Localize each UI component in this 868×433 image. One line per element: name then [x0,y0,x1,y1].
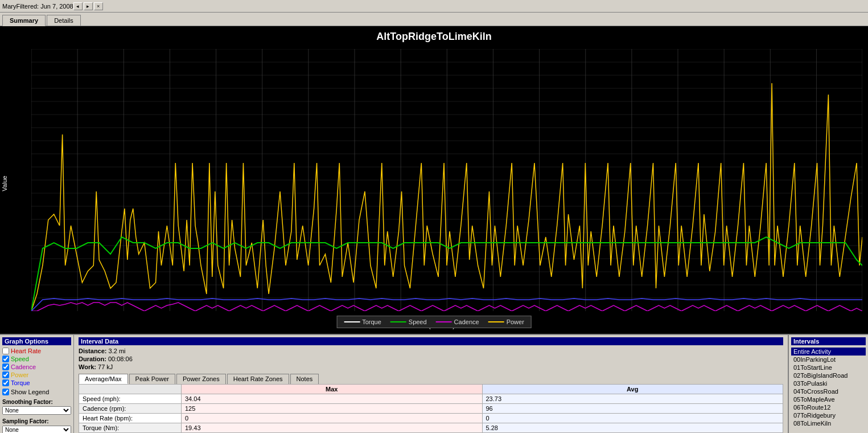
interval-info: Distance: 3.2 mi Duration: 00:08:06 Work… [79,348,783,370]
data-table-body: Speed (mph): 34.04 23.73 Cadence (rpm): … [79,394,783,434]
duration-info: Duration: 00:08:06 [79,356,783,362]
close-button[interactable]: × [94,2,103,10]
tab-power-zones[interactable]: Power Zones [176,374,226,384]
work-info: Work: 77 kJ [79,363,783,370]
distance-info: Distance: 3.2 mi [79,348,783,354]
legend-speed: Speed [390,318,427,325]
sampling-factor-label: Sampling Factor: [2,418,71,424]
tab-bar: Summary Details [0,13,868,26]
torque-checkbox[interactable] [2,379,9,386]
intervals-panel: Intervals Entire Activity00InParkingLot0… [788,335,868,433]
show-legend-option: Show Legend [2,389,71,395]
interval-item[interactable]: Entire Activity [791,348,866,356]
tab-average-max[interactable]: Average/Max [79,374,128,384]
chart-legend: Torque Speed Cadence Power [336,316,532,328]
smoothing-factor-label: Smoothing Factor: [2,399,71,405]
interval-item[interactable]: 03ToPulaski [791,379,866,387]
cadence-checkbox[interactable] [2,363,9,370]
table-cell-avg: 0 [482,414,783,423]
table-row: Speed (mph): 34.04 23.73 [79,394,783,404]
title-bar-controls: ◂ ▸ × [73,2,103,10]
bottom-panel: Graph Options Heart Rate Speed Cadence P… [0,334,868,433]
table-row: Heart Rate (bpm): 0 0 [79,414,783,423]
heart-rate-checkbox[interactable] [2,348,9,354]
interval-tabs: Average/Max Peak Power Power Zones Heart… [79,374,783,384]
chart-svg: 0 25 50 75 100 125 150 175 200 225 250 2… [31,49,862,311]
interval-item[interactable]: 00InParkingLot [791,356,866,363]
table-cell-max: 125 [182,404,483,414]
heart-rate-label: Heart Rate [11,348,41,354]
table-cell-label: Cadence (rpm): [79,404,182,414]
interval-item[interactable]: 07ToRidgebury [791,411,866,419]
table-cell-max: 0 [182,414,483,423]
title-bar-text: MaryFiltered: Jun 7, 2008 [2,3,73,10]
intervals-list: Entire Activity00InParkingLot01ToStartLi… [791,348,866,427]
chart-area: AltTopRidgeToLimeKiln Value Time (minute… [0,26,868,334]
tab-summary[interactable]: Summary [2,15,46,26]
minimize-button[interactable]: ◂ [73,2,83,10]
speed-option: Speed [2,356,71,362]
speed-label: Speed [11,356,29,362]
table-row: Torque (Nm): 19.43 5.28 [79,423,783,433]
interval-item[interactable]: 04ToCrossRoad [791,387,866,395]
table-cell-label: Torque (Nm): [79,423,182,433]
interval-data-title: Interval Data [79,337,783,345]
interval-item[interactable]: 01ToStartLine [791,363,866,371]
table-row: Cadence (rpm): 125 96 [79,404,783,414]
sampling-factor-select[interactable]: None [2,426,71,433]
torque-option: Torque [2,379,71,386]
power-option: Power [2,371,71,378]
show-legend-checkbox[interactable] [2,389,9,395]
table-cell-max: 34.04 [182,394,483,404]
torque-label: Torque [11,379,30,386]
interval-item[interactable]: 05ToMapleAve [791,395,866,403]
heart-rate-option: Heart Rate [2,348,71,354]
tab-notes[interactable]: Notes [290,374,319,384]
speed-checkbox[interactable] [2,356,9,362]
title-bar: MaryFiltered: Jun 7, 2008 ◂ ▸ × [0,0,868,13]
col-header-max: Max [182,385,483,394]
table-cell-avg: 23.73 [482,394,783,404]
cadence-label: Cadence [11,363,36,370]
power-label: Power [11,371,28,378]
maximize-button[interactable]: ▸ [84,2,93,10]
interval-item[interactable]: 08ToLimeKiln [791,419,866,427]
smoothing-factor-select[interactable]: None [2,406,71,415]
chart-title: AltTopRidgeToLimeKiln [0,26,868,43]
table-cell-label: Heart Rate (bpm): [79,414,182,423]
graph-options-title: Graph Options [2,337,71,345]
show-legend-label: Show Legend [11,389,49,395]
intervals-title: Intervals [791,337,866,345]
tab-hr-zones[interactable]: Heart Rate Zones [227,374,289,384]
table-cell-max: 19.43 [182,423,483,433]
col-header-avg: Avg [482,385,783,394]
tab-details[interactable]: Details [47,15,81,26]
table-cell-avg: 5.28 [482,423,783,433]
table-cell-avg: 96 [482,404,783,414]
table-cell-label: Speed (mph): [79,394,182,404]
interval-item[interactable]: 02ToBigIslandRoad [791,371,866,379]
interval-item[interactable]: 06ToRoute12 [791,403,866,411]
interval-data-panel: Interval Data Distance: 3.2 mi Duration:… [74,335,788,433]
cadence-option: Cadence [2,363,71,370]
data-table: Max Avg Speed (mph): 34.04 23.73 Cadence… [79,384,783,433]
power-checkbox[interactable] [2,371,9,378]
col-header-label [79,385,182,394]
graph-options-panel: Graph Options Heart Rate Speed Cadence P… [0,335,74,433]
tab-peak-power[interactable]: Peak Power [129,374,175,384]
legend-torque: Torque [344,318,381,325]
y-axis-label: Value [1,175,8,191]
legend-power: Power [488,318,524,325]
legend-cadence: Cadence [436,318,479,325]
